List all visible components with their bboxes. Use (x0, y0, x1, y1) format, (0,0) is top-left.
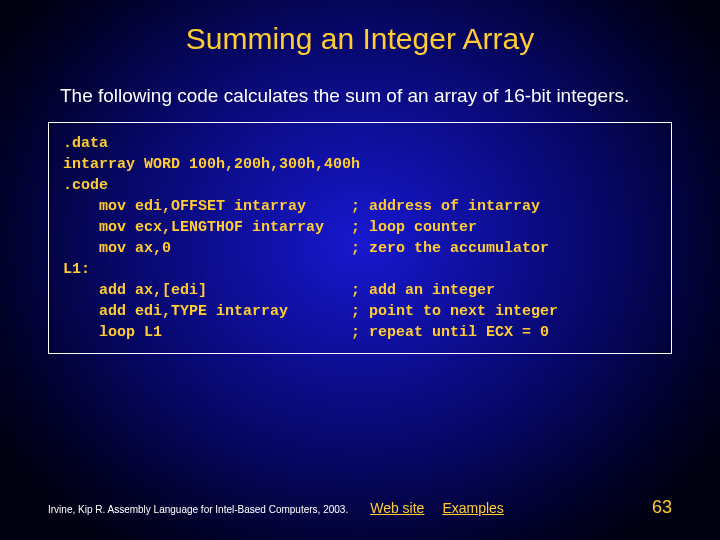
slide-title: Summing an Integer Array (0, 0, 720, 56)
code-block: .data intarray WORD 100h,200h,300h,400h … (48, 122, 672, 354)
credit-text: Irvine, Kip R. Assembly Language for Int… (48, 504, 348, 515)
footer: Irvine, Kip R. Assembly Language for Int… (48, 497, 672, 518)
page-number: 63 (652, 497, 672, 518)
footer-links: Web site Examples (370, 500, 504, 516)
slide: Summing an Integer Array The following c… (0, 0, 720, 540)
web-site-link[interactable]: Web site (370, 500, 424, 516)
examples-link[interactable]: Examples (442, 500, 503, 516)
intro-text: The following code calculates the sum of… (60, 84, 660, 108)
